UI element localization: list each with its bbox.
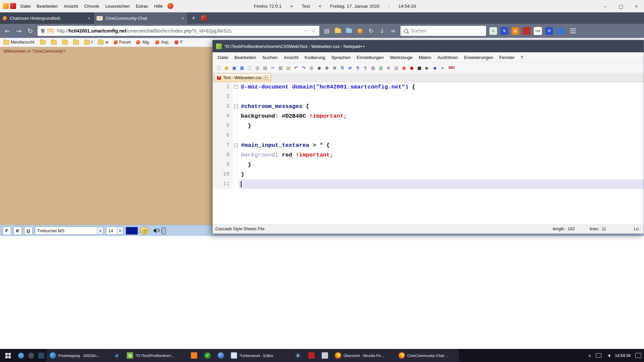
font-color-swatch[interactable] — [126, 227, 138, 235]
folder-blue-icon[interactable] — [345, 27, 353, 35]
code-line[interactable]: 9 } — [213, 160, 644, 170]
bookmark-item[interactable]: t — [84, 40, 93, 45]
reload-button[interactable]: ↻ — [26, 27, 34, 35]
code-line[interactable]: 6 — [213, 131, 644, 140]
taskbar-button[interactable] — [187, 349, 201, 362]
taskbar-button[interactable] — [214, 349, 227, 362]
taskbar-button[interactable]: e — [110, 349, 123, 362]
taskbar-button[interactable] — [318, 349, 331, 362]
stop-macro-icon[interactable]: ■ — [416, 64, 423, 71]
save-all-icon[interactable]: ▦ — [238, 64, 246, 71]
play-macro-icon[interactable]: ▶ — [424, 64, 431, 71]
browser-tab[interactable]: Chatroom Hintergrundfarb× — [0, 12, 94, 24]
ext-v2-blue-icon[interactable]: V — [545, 27, 553, 35]
taskbar-button[interactable]: CineCommunity-Chat ... — [395, 349, 459, 362]
tracking-protection-icon[interactable] — [41, 29, 45, 33]
undo-icon[interactable]: ↶ — [292, 64, 300, 71]
quick-launch-app-icon[interactable] — [26, 349, 36, 362]
page-actions-icon[interactable]: ⋯ — [304, 28, 309, 34]
bookmark-item[interactable] — [40, 40, 46, 45]
sync-horizontal-icon[interactable]: ⇄ — [346, 64, 354, 71]
menubar-item[interactable]: Lesezeichen — [102, 2, 133, 10]
notepadpp-menu-item[interactable]: Bearbeiten — [231, 54, 259, 61]
tray-chevron-icon[interactable]: ∧ — [588, 353, 591, 358]
ext-green-icon[interactable]: + — [489, 27, 497, 35]
menubar-item[interactable]: Chronik — [81, 2, 102, 10]
notepadpp-menu-item[interactable]: Sprachen — [328, 54, 354, 61]
new-file-icon[interactable]: ▢ — [215, 64, 222, 71]
bookmark-item[interactable]: Anp. — [155, 40, 169, 45]
sidebar-icon[interactable]: ▤ — [323, 27, 331, 35]
fold-toggle-icon[interactable]: − — [234, 143, 238, 147]
menubar-item[interactable]: Datei — [17, 2, 34, 10]
display-icon[interactable] — [596, 353, 601, 358]
code-line[interactable]: 5 } — [213, 121, 644, 131]
code-editor[interactable]: 1−@-moz-document domain("hc042001.smartc… — [213, 82, 644, 225]
bold-button[interactable]: F — [3, 227, 11, 235]
bookmark-item[interactable]: Forum — [114, 40, 131, 45]
bookmark-item[interactable] — [73, 40, 79, 45]
new-tab-button[interactable]: + — [188, 12, 199, 24]
ext-red-icon[interactable] — [523, 27, 530, 35]
sync-icon[interactable]: ↻ — [367, 27, 375, 35]
editor-tab[interactable]: Test - Webseiten.css × — [214, 73, 271, 82]
function-list-icon[interactable]: ≡ — [385, 64, 392, 71]
font-size-select[interactable]: 14 ▾ — [106, 227, 123, 235]
quick-launch-browser-icon[interactable] — [16, 349, 26, 362]
close-button[interactable]: × — [629, 0, 644, 12]
fold-toggle-icon[interactable]: − — [234, 85, 238, 89]
replace-icon[interactable]: ◉ — [316, 64, 323, 71]
ext-css-icon[interactable]: css — [534, 27, 542, 35]
sync-vertical-icon[interactable]: ⇅ — [339, 64, 346, 71]
clock-icon[interactable]: ◷ — [140, 227, 148, 235]
notepadpp-menu-item[interactable]: Einstellungen — [354, 54, 387, 61]
taskbar-button[interactable]: Posteingang - 2002An... — [46, 349, 110, 362]
browser-tab[interactable]: CCCineCommunity-Chat× — [94, 12, 188, 24]
notepadpp-menu-item[interactable]: Werkzeuge — [387, 54, 416, 61]
open-file-icon[interactable]: ▣ — [223, 64, 230, 71]
taskbar-button[interactable]: Übersicht - Mozilla Fir... — [331, 349, 395, 362]
tray-clock[interactable]: 14:54:34 — [615, 353, 631, 358]
orange-circle-icon[interactable] — [356, 27, 364, 35]
font-select[interactable]: Trebuchet MS ▾ — [35, 227, 104, 235]
record-macro-icon[interactable]: ● — [408, 64, 415, 71]
menubar-item[interactable]: Bearbeiten — [34, 2, 61, 10]
forward-button[interactable]: → — [15, 27, 23, 35]
notepadpp-titlebar[interactable]: *D:\Test\Profilordner\chrome\CSSWeb\Test… — [213, 40, 644, 52]
notepadpp-menu-item[interactable]: Erweiterungen — [461, 54, 496, 61]
run-multiple-icon[interactable]: » — [439, 64, 446, 71]
notepadpp-menu-item[interactable]: ? — [518, 54, 526, 61]
zoom-in-icon[interactable]: ⊕ — [323, 64, 330, 71]
underline-button[interactable]: U — [24, 227, 33, 235]
infinity-icon[interactable]: ∞ — [389, 27, 397, 35]
attachment-icon[interactable] — [161, 227, 166, 234]
save-icon[interactable]: ▣ — [231, 64, 238, 71]
code-line[interactable]: 2 — [213, 92, 644, 102]
search-bar[interactable]: Suchen — [400, 26, 486, 36]
ext-v-blue-icon[interactable]: V — [500, 27, 508, 35]
sound-icon[interactable] — [151, 228, 156, 233]
taskbar-button[interactable]: ✓ — [201, 349, 214, 362]
code-line[interactable]: 7−#main_input_textarea > * { — [213, 140, 644, 150]
bookmark-item[interactable]: F — [174, 40, 182, 45]
notepadpp-menu-item[interactable]: Makro — [416, 54, 434, 61]
notification-center-icon[interactable] — [635, 353, 641, 358]
print-icon[interactable]: ▤ — [262, 64, 269, 71]
show-symbols-icon[interactable]: ¶ — [362, 64, 369, 71]
bookmark-item[interactable] — [62, 40, 68, 45]
menubar-item[interactable]: Ansicht — [61, 2, 81, 10]
code-line[interactable]: 11 — [213, 179, 644, 189]
folder-icon[interactable] — [334, 27, 342, 35]
bookmark-item[interactable]: Allg. — [136, 40, 150, 45]
back-button[interactable]: ← — [3, 27, 11, 35]
menubar-extension-icon[interactable] — [167, 3, 173, 9]
taskbar-button[interactable]: D — [291, 349, 305, 362]
cut-icon[interactable]: ✂ — [269, 64, 276, 71]
doc-map-icon[interactable]: ▥ — [377, 64, 384, 71]
minimize-button[interactable]: – — [598, 0, 613, 12]
notepadpp-menu-item[interactable]: Kodierung — [302, 54, 328, 61]
maximize-button[interactable]: □ — [613, 0, 629, 12]
copy-icon[interactable]: ▥ — [277, 64, 284, 71]
code-line[interactable]: 3−#chatroom_messages { — [213, 102, 644, 111]
firefox-page-icon[interactable] — [3, 3, 9, 9]
